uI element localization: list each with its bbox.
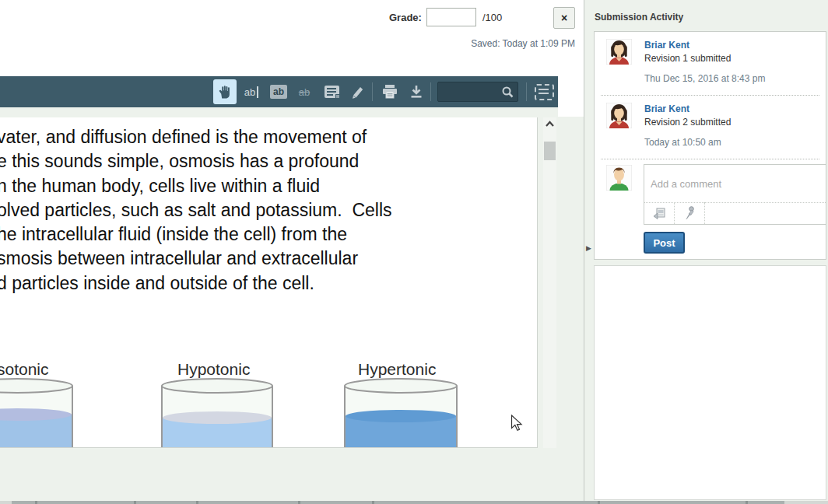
empty-panel-section	[594, 265, 826, 500]
doc-line: e this sounds simple, osmosis has a prof…	[0, 149, 392, 173]
saved-status: Saved: Today at 1:09 PM	[471, 38, 575, 49]
comment-tools	[644, 202, 826, 224]
doc-line: he intracellular fluid (inside the cell)…	[0, 222, 392, 247]
download-icon	[409, 85, 423, 99]
doc-line: d particles inside and outside of the ce…	[0, 271, 392, 296]
text-annotation-icon: ab	[244, 86, 258, 98]
divider	[601, 95, 819, 96]
draw-tool-button[interactable]	[346, 79, 370, 104]
doc-line: smosis between intracellular and extrace…	[0, 247, 392, 271]
bottom-edge-strip	[0, 501, 828, 504]
collapse-panel-arrow-icon[interactable]: ▶	[586, 244, 591, 252]
page-thumbnails-icon	[535, 84, 554, 100]
strikeout-annotation-button[interactable]: ab	[293, 79, 316, 104]
highlight-annotation-icon: ab	[270, 85, 287, 99]
toolbar-separator	[372, 82, 373, 101]
event-action: Revision 1 submitted	[644, 53, 731, 64]
pen-icon	[350, 84, 366, 100]
doc-line: vater, and diffusion defined is the move…	[0, 125, 392, 149]
page-thumbnails-button[interactable]	[532, 79, 556, 104]
hand-tool-button[interactable]	[213, 79, 237, 104]
doc-line: n the human body, cells live within a fl…	[0, 174, 392, 198]
beaker-isotonic	[0, 377, 75, 448]
document-search	[437, 82, 518, 102]
header-patch	[558, 76, 584, 117]
bottom-bar	[12, 501, 784, 504]
insert-media-button[interactable]	[644, 202, 675, 224]
avatar-male	[606, 165, 632, 191]
print-button[interactable]	[378, 79, 402, 104]
toolbar-separator	[526, 82, 527, 101]
beaker-hypotonic	[160, 377, 275, 448]
grade-input[interactable]	[426, 8, 476, 26]
document-toolbar: ab ab ab	[0, 76, 558, 107]
search-input[interactable]	[440, 84, 501, 100]
doc-line: olved particles, such as salt and potass…	[0, 198, 392, 222]
close-button[interactable]: ×	[553, 7, 575, 29]
comment-tools-spacer	[705, 202, 826, 224]
text-annotation-button[interactable]: ab	[240, 79, 263, 104]
microphone-icon	[684, 206, 696, 220]
avatar-female	[606, 103, 632, 128]
submission-activity-panel: ▶ Submission Activity Briar Kent Revisio…	[584, 0, 828, 504]
hand-icon	[217, 84, 233, 100]
main-area: Grade: /100 × Saved: Today at 1:09 PM ab…	[0, 0, 584, 504]
event-user-link[interactable]: Briar Kent	[644, 103, 689, 114]
strikeout-annotation-icon: ab	[299, 86, 310, 98]
comment-input-wrap	[644, 165, 826, 203]
note-annotation-button[interactable]	[320, 79, 343, 104]
scrollbar-thumb[interactable]	[544, 142, 556, 160]
event-user-link[interactable]: Briar Kent	[644, 40, 689, 51]
grade-label: Grade:	[389, 12, 422, 23]
grade-max-label: /100	[482, 12, 502, 23]
close-icon: ×	[561, 12, 567, 24]
chevron-up-icon	[544, 119, 556, 128]
insert-media-icon	[653, 208, 666, 219]
note-icon	[325, 86, 339, 98]
beaker-hypertonic	[342, 377, 459, 448]
comment-input[interactable]	[644, 165, 826, 202]
toolbar-separator	[430, 82, 431, 101]
scroll-up-button[interactable]	[543, 117, 556, 130]
document-text: vater, and diffusion defined is the move…	[0, 125, 392, 296]
print-icon	[382, 85, 398, 99]
event-action: Revision 2 submitted	[644, 117, 731, 128]
grade-header: Grade: /100 × Saved: Today at 1:09 PM	[0, 0, 584, 76]
activity-box: Briar Kent Revision 1 submitted Thu Dec …	[594, 31, 826, 260]
panel-title: Submission Activity	[595, 12, 683, 23]
highlight-annotation-button[interactable]: ab	[267, 79, 290, 104]
event-timestamp: Thu Dec 15, 2016 at 8:43 pm	[644, 73, 765, 84]
comment-box	[644, 164, 826, 225]
divider	[601, 159, 819, 159]
download-button[interactable]	[405, 79, 428, 104]
document-page[interactable]: vater, and diffusion defined is the move…	[0, 117, 538, 448]
event-timestamp: Today at 10:50 am	[644, 137, 721, 148]
document-scrollbar[interactable]	[543, 117, 556, 448]
avatar-female	[606, 39, 632, 65]
post-button[interactable]: Post	[644, 232, 685, 254]
record-audio-button[interactable]	[675, 202, 705, 224]
search-icon[interactable]	[501, 86, 514, 99]
